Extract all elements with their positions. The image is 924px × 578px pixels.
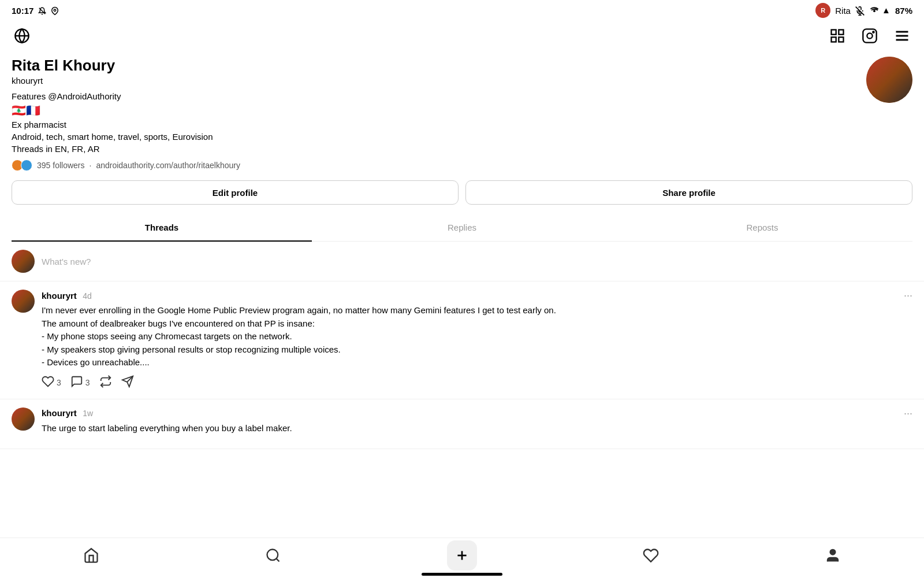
svg-point-22 (830, 549, 836, 554)
thread-time-1: 4d (83, 291, 92, 301)
comment-button-1[interactable]: 3 (70, 375, 90, 391)
profile-bio3: Threads in EN, FR, AR (12, 144, 855, 154)
thread-text-2: The urge to start labeling everything wh… (42, 422, 912, 435)
edit-profile-button[interactable]: Edit profile (12, 180, 459, 205)
profile-section: Rita El Khoury khouryrt Features @Androi… (0, 51, 924, 242)
thread-author-2: khouryrt (42, 408, 77, 418)
tab-reposts[interactable]: Reposts (612, 214, 912, 242)
heart-nav-icon (643, 547, 659, 564)
thread-meta-2: khouryrt 1w ··· (42, 407, 912, 420)
thread-text-1: I'm never ever enrolling in the Google H… (42, 304, 912, 369)
svg-rect-6 (832, 30, 836, 35)
like-button-1[interactable]: 3 (42, 375, 61, 391)
svg-rect-8 (839, 37, 843, 42)
svg-point-3 (873, 10, 875, 12)
share-profile-button[interactable]: Share profile (465, 180, 912, 205)
thread-item-2: khouryrt 1w ··· The urge to start labeli… (0, 399, 924, 450)
svg-line-19 (276, 558, 279, 561)
home-indicator (422, 573, 502, 576)
person-icon (825, 547, 841, 564)
status-time: 10:17 (12, 5, 59, 16)
menu-icon (894, 28, 910, 44)
profile-header: Rita El Khoury khouryrt Features @Androi… (12, 57, 912, 156)
tab-replies[interactable]: Replies (312, 214, 612, 242)
svg-point-1 (54, 9, 57, 11)
tabs: Threads Replies Reposts (12, 214, 912, 242)
heart-icon (42, 375, 54, 391)
globe-icon (14, 28, 30, 44)
nav-profile[interactable] (825, 547, 841, 564)
chart-icon (829, 28, 845, 44)
chart-button[interactable] (827, 25, 848, 46)
share-button-1[interactable] (121, 375, 134, 391)
thread-more-2[interactable]: ··· (904, 407, 912, 420)
svg-rect-9 (832, 37, 836, 42)
svg-point-11 (867, 33, 872, 38)
followers-line: 395 followers · androidauthority.com/aut… (12, 160, 912, 171)
profile-name: Rita El Khoury (12, 57, 855, 75)
follower-avatars (12, 160, 32, 171)
profile-handle: khouryrt (12, 76, 855, 86)
time-display: 10:17 (12, 6, 33, 16)
battery-label: 87% (895, 6, 912, 16)
bottom-nav (0, 538, 924, 578)
user-name-status: Rita (835, 6, 851, 16)
svg-rect-10 (863, 29, 876, 42)
plus-icon (454, 548, 470, 563)
profile-info: Rita El Khoury khouryrt Features @Androi… (12, 57, 855, 156)
thread-time-2: 1w (83, 409, 93, 418)
home-icon (83, 547, 99, 564)
nav-search[interactable] (265, 547, 281, 564)
comment-icon (70, 375, 83, 391)
instagram-icon (862, 28, 878, 44)
menu-button[interactable] (892, 25, 912, 46)
svg-point-12 (873, 31, 874, 32)
profile-avatar (866, 57, 912, 103)
nav-compose[interactable] (447, 540, 477, 570)
thread-item: khouryrt 4d ··· I'm never ever enrolling… (0, 281, 924, 399)
location-icon (51, 5, 59, 16)
tab-threads[interactable]: Threads (12, 214, 312, 242)
thread-meta-1: khouryrt 4d ··· (42, 290, 912, 302)
instagram-button[interactable] (859, 25, 880, 46)
mute-icon (855, 5, 865, 16)
share-icon (121, 375, 134, 391)
thread-actions-1: 3 3 (42, 375, 912, 391)
new-thread-avatar (12, 250, 35, 273)
profile-features: Features @AndroidAuthority (12, 91, 855, 101)
status-right: R Rita ▲ 87% (815, 3, 912, 18)
thread-more-1[interactable]: ··· (904, 290, 912, 302)
new-thread-placeholder[interactable]: What's new? (42, 257, 91, 266)
repost-button-1[interactable] (99, 375, 112, 391)
profile-buttons: Edit profile Share profile (12, 180, 912, 205)
top-nav (0, 21, 924, 51)
silent-icon (38, 5, 46, 16)
svg-rect-7 (839, 30, 843, 35)
user-avatar-small: R (815, 3, 830, 18)
search-icon (265, 547, 281, 564)
thread-content-1: khouryrt 4d ··· I'm never ever enrolling… (42, 290, 912, 391)
nav-home[interactable] (83, 547, 99, 564)
svg-point-18 (267, 549, 278, 560)
top-nav-right (827, 25, 912, 46)
status-bar: 10:17 R Rita (0, 0, 924, 21)
thread-author-1: khouryrt (42, 291, 77, 301)
nav-likes[interactable] (643, 547, 659, 564)
like-count-1: 3 (57, 378, 61, 387)
thread-list: What's new? khouryrt 4d ··· I'm never ev… (0, 242, 924, 549)
thread-avatar-2 (12, 407, 35, 431)
wifi-icon: ▲ (869, 5, 891, 16)
profile-bio1: Ex pharmacist (12, 120, 855, 129)
new-thread-area: What's new? (0, 242, 924, 281)
followers-count: 395 followers (37, 161, 85, 170)
followers-link[interactable]: androidauthority.com/author/ritaelkhoury (96, 161, 240, 170)
comment-count-1: 3 (85, 378, 90, 387)
profile-flags: 🇱🇧🇫🇷 (12, 103, 855, 117)
globe-button[interactable] (12, 25, 32, 46)
follower-avatar-2 (21, 160, 32, 171)
repost-icon (99, 375, 112, 391)
profile-bio2: Android, tech, smart home, travel, sport… (12, 132, 855, 142)
thread-content-2: khouryrt 1w ··· The urge to start labeli… (42, 407, 912, 441)
thread-avatar-1 (12, 290, 35, 313)
